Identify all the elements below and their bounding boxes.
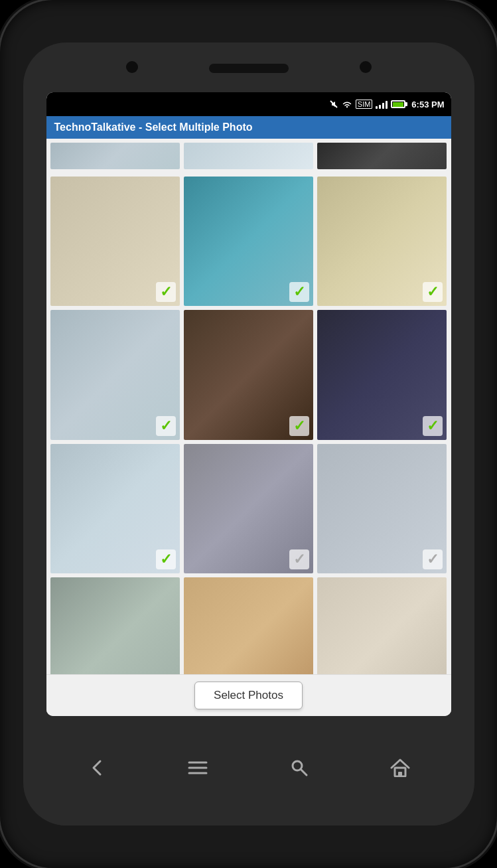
partial-top-row	[50, 143, 447, 173]
check-overlay-8: ✓	[289, 549, 309, 569]
check-mark-5: ✓	[293, 419, 305, 433]
phone-screen: SIM 6:53 PM	[46, 92, 451, 716]
check-overlay-9: ✓	[423, 549, 443, 569]
button-area: Select Photos	[46, 674, 451, 716]
check-mark-4: ✓	[160, 419, 172, 433]
photo-cell-11[interactable]: ✓	[184, 577, 313, 674]
photo-row-2: ✓ ✓ ✓	[50, 310, 447, 439]
app-header: TechnoTalkative - Select Multiple Photo	[46, 116, 451, 139]
nav-search-button[interactable]	[283, 751, 316, 784]
wifi-icon	[342, 100, 352, 109]
speaker-grill	[209, 64, 289, 73]
check-overlay-2: ✓	[289, 282, 309, 302]
photo-cell-1[interactable]: ✓	[50, 177, 180, 306]
menu-icon	[188, 760, 208, 776]
photo-cell-10[interactable]: ✓	[50, 577, 180, 674]
check-mark-9: ✓	[427, 552, 439, 567]
photo-cell-5[interactable]: ✓	[184, 310, 313, 439]
back-icon	[87, 758, 107, 778]
phone-device: SIM 6:53 PM	[0, 0, 497, 868]
search-icon	[290, 759, 309, 777]
nav-menu-button[interactable]	[181, 751, 214, 784]
photo-grid[interactable]: ✓ ✓ ✓	[46, 139, 451, 674]
bottom-nav	[46, 723, 451, 826]
svg-line-6	[301, 769, 307, 775]
check-mark-1: ✓	[160, 285, 172, 299]
check-mark-3: ✓	[427, 285, 439, 299]
check-mark-7: ✓	[160, 552, 172, 567]
check-mark-6: ✓	[427, 419, 439, 433]
mute-icon	[329, 100, 338, 109]
battery-icon	[391, 100, 405, 108]
photo-cell-12[interactable]: ✓	[317, 577, 447, 674]
check-overlay-1: ✓	[156, 282, 176, 302]
check-mark-2: ✓	[293, 285, 305, 299]
app-title: TechnoTalkative - Select Multiple Photo	[54, 121, 253, 133]
status-bar: SIM 6:53 PM	[46, 92, 451, 116]
check-overlay-4: ✓	[156, 416, 176, 436]
photo-cell-3[interactable]: ✓	[317, 177, 447, 306]
front-camera-left	[126, 61, 138, 73]
check-mark-8: ✓	[293, 552, 305, 567]
photo-cell-6[interactable]: ✓	[317, 310, 447, 439]
check-overlay-7: ✓	[156, 549, 176, 569]
status-icons: SIM 6:53 PM	[329, 100, 445, 109]
front-camera-right	[360, 61, 372, 73]
photo-cell-9[interactable]: ✓	[317, 444, 447, 573]
sim-icon: SIM	[356, 100, 373, 109]
nav-back-button[interactable]	[80, 751, 113, 784]
photo-cell-4[interactable]: ✓	[50, 310, 180, 439]
check-overlay-5: ✓	[289, 416, 309, 436]
check-overlay-6: ✓	[423, 416, 443, 436]
photo-cell-8[interactable]: ✓	[184, 444, 313, 573]
photo-cell-7[interactable]: ✓	[50, 444, 180, 573]
svg-rect-8	[398, 772, 402, 776]
photo-cell-partial-3[interactable]	[317, 143, 447, 169]
phone-body: SIM 6:53 PM	[23, 42, 474, 826]
photo-row-4: ✓ ✓ ✓	[50, 577, 447, 674]
status-time: 6:53 PM	[411, 100, 444, 109]
nav-home-button[interactable]	[384, 751, 417, 784]
photo-row-3: ✓ ✓ ✓	[50, 444, 447, 573]
home-icon	[390, 759, 410, 777]
photo-row-1: ✓ ✓ ✓	[50, 177, 447, 306]
photo-cell-partial-2[interactable]	[184, 143, 313, 169]
photo-cell-partial-1[interactable]	[50, 143, 180, 169]
select-photos-button[interactable]: Select Photos	[194, 682, 303, 709]
signal-icon	[376, 100, 388, 109]
check-overlay-3: ✓	[423, 282, 443, 302]
photo-cell-2[interactable]: ✓	[184, 177, 313, 306]
